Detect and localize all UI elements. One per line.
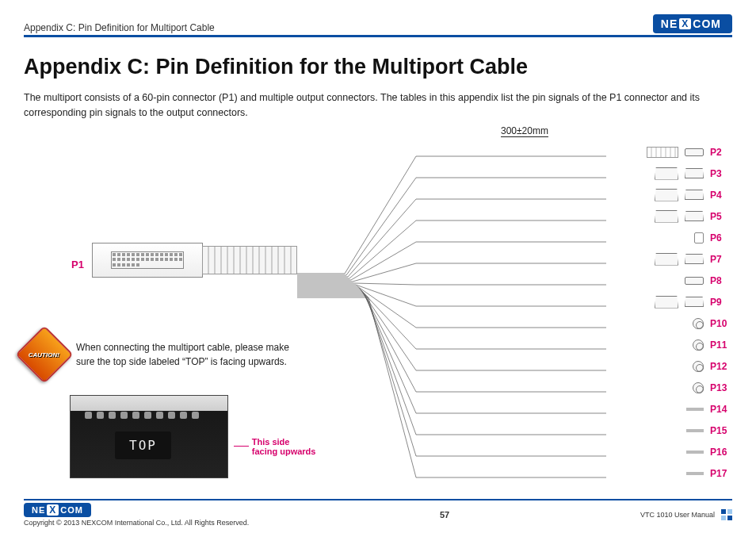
connector-row-p11: P11: [693, 336, 732, 354]
connector-label: P5: [710, 211, 732, 222]
footer-doc-title: VTC 1010 User Manual: [640, 511, 715, 519]
connector-label: P15: [710, 425, 732, 436]
caution-badge-icon: CAUTION!: [15, 325, 74, 384]
p1-connector-drawing: [92, 243, 203, 278]
connector-db9-icon: [655, 189, 678, 201]
connector-rca-icon: [693, 382, 704, 393]
connector-row-p9: P9: [655, 293, 732, 311]
footer-copyright: Copyright © 2013 NEXCOM International Co…: [24, 519, 249, 527]
connector-row-p14: P14: [686, 401, 732, 418]
connector-db9-small-icon: [685, 190, 704, 200]
connector-db9-icon: [655, 167, 678, 180]
connector-rca-icon: [693, 339, 704, 351]
connector-label: P3: [710, 168, 732, 179]
connector-strip-icon: [647, 147, 678, 158]
left-column: P1 CAUTION! When connecting the multipor…: [24, 124, 317, 494]
footer-bar: NEXCOM Copyright © 2013 NEXCOM Internati…: [24, 499, 732, 527]
connector-db9-icon: [655, 210, 678, 223]
connector-db9-icon: [655, 296, 678, 309]
caution-row: CAUTION! When connecting the multiport c…: [24, 334, 309, 375]
fanout-lines-icon: [297, 142, 646, 499]
connector-usb-icon: [685, 277, 704, 285]
cable-body-drawing: [202, 246, 297, 274]
connector-row-p5: P5: [655, 208, 732, 225]
connector-db9-small-icon: [685, 211, 704, 221]
connector-small-icon: [685, 148, 704, 156]
connector-label: P14: [710, 404, 732, 415]
connector-label: P10: [710, 318, 732, 329]
connector-wire-icon: [686, 408, 704, 411]
connector-db9-small-icon: [685, 297, 704, 307]
connector-db9-small-icon: [685, 254, 704, 264]
brand-logo: NEXCOM: [653, 14, 732, 33]
svg-rect-0: [721, 509, 726, 514]
connector-row-p6: P6: [694, 229, 732, 247]
connector-label: P17: [710, 468, 732, 479]
connector-label: P4: [710, 190, 732, 201]
connector-row-p13: P13: [693, 379, 732, 397]
connector-row-p4: P4: [655, 186, 732, 204]
footer-grid-icon: [721, 509, 732, 520]
connector-rca-icon: [693, 361, 704, 372]
right-column: 300±20mm: [317, 124, 732, 494]
connector-row-p2: P2: [647, 144, 732, 161]
photo-dots-icon: [85, 412, 199, 419]
connector-db9-icon: [655, 253, 678, 266]
connector-wire-icon: [686, 472, 704, 475]
device-photo: TOP: [70, 395, 228, 478]
connector-row-p15: P15: [686, 422, 732, 439]
connector-label: P9: [710, 297, 732, 308]
connector-wire-icon: [686, 451, 704, 454]
connector-row-p12: P12: [693, 358, 732, 375]
caution-text: When connecting the multiport cable, ple…: [76, 340, 309, 369]
connector-rca-icon: [693, 318, 704, 329]
connector-label: P12: [710, 361, 732, 372]
intro-paragraph: The multiport consists of a 60-pin conne…: [24, 90, 713, 121]
connector-row-p8: P8: [685, 272, 732, 290]
photo-top-label: TOP: [115, 431, 171, 459]
connector-label: P7: [710, 254, 732, 265]
connector-label: P8: [710, 275, 732, 286]
connector-row-p16: P16: [686, 443, 732, 461]
connector-label: P16: [710, 447, 732, 458]
svg-rect-2: [721, 516, 726, 520]
header-bar: Appendix C: Pin Definition for Multiport…: [24, 14, 732, 37]
p1-label: P1: [71, 259, 84, 270]
connector-label: P2: [710, 147, 732, 158]
cable-fanout-diagram: P2 P3 P4 P5: [317, 137, 732, 494]
connector-label: P6: [710, 232, 732, 243]
connector-wire-icon: [686, 429, 704, 432]
page-title: Appendix C: Pin Definition for the Multi…: [24, 55, 732, 79]
connector-row-p7: P7: [655, 251, 732, 268]
connector-db9-small-icon: [685, 168, 704, 178]
dimension-label: 300±20mm: [317, 125, 732, 136]
connector-row-p17: P17: [686, 465, 732, 482]
footer-brand-logo: NEXCOM: [24, 503, 91, 517]
svg-rect-1: [727, 509, 732, 514]
connector-row-p10: P10: [693, 315, 732, 332]
svg-rect-3: [727, 516, 732, 520]
connector-label: P13: [710, 382, 732, 393]
breadcrumb: Appendix C: Pin Definition for Multiport…: [24, 22, 215, 33]
connector-label: P11: [710, 339, 732, 351]
page-number: 57: [440, 510, 449, 520]
p1-pins-icon: [111, 251, 184, 269]
connector-row-p3: P3: [655, 165, 732, 182]
connector-audio-icon: [694, 232, 704, 243]
callout-line-icon: [234, 446, 249, 447]
